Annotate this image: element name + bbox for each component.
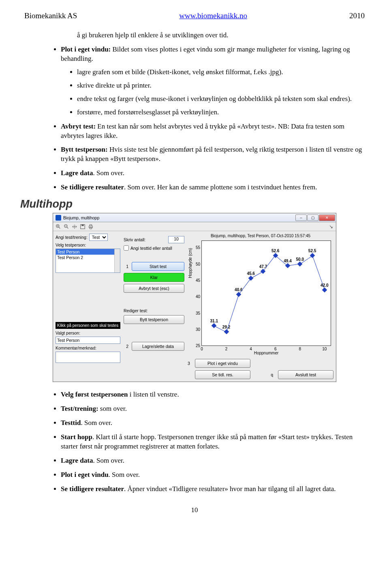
pan-icon[interactable] <box>71 223 78 230</box>
x-tick: 4 <box>250 347 252 351</box>
plot-area: Hopphøyde (cm) Hoppnummer 25303540455055… <box>201 240 331 346</box>
x-tick: 6 <box>274 347 277 351</box>
list-item[interactable]: Test Person 2 <box>56 255 120 260</box>
mode-select[interactable]: Test <box>89 234 108 241</box>
step-number: 2 <box>124 344 128 349</box>
step-number: 3 <box>188 361 192 366</box>
close-button[interactable]: ✕ <box>319 215 335 221</box>
bullet-list-pre: å gi brukeren hjelp til enklere å se utv… <box>24 31 365 40</box>
zoom-out-icon[interactable] <box>63 223 70 230</box>
x-tick: 2 <box>225 347 228 351</box>
page-number: 10 <box>24 506 365 514</box>
bullet-sub: skrive direkte ut på printer. <box>77 81 365 90</box>
data-label: 50.0 <box>296 257 304 262</box>
bullet-item: Velg først testpersonen i listen til ven… <box>61 390 365 399</box>
text: . Som over. Her kan de samme plottene so… <box>124 183 317 191</box>
bullet-item: Plot i eget vindu: Bildet som vises plot… <box>61 45 365 117</box>
bullet-item: Testtid. Som over. <box>61 418 365 428</box>
step-number: 1 <box>124 264 128 269</box>
chosen-person-field[interactable]: Test Person <box>56 337 120 344</box>
comment-field[interactable] <box>56 352 120 363</box>
chosen-label: Valgt person: <box>56 330 120 335</box>
maximize-button[interactable]: ▢ <box>307 215 318 221</box>
text: . Som over. <box>93 169 124 177</box>
plot-segment <box>226 295 239 332</box>
label: Lagre data <box>61 169 93 177</box>
bullet-list-top: Plot i eget vindu: Bildet som vises plot… <box>24 45 365 192</box>
shortcut-key: q <box>271 372 276 377</box>
save-icon[interactable] <box>79 223 86 230</box>
data-label: 29.2 <box>222 325 230 329</box>
app-window: Biojump, multihopp – ▢ ✕ ↘ <box>53 213 336 382</box>
bullet-item: Lagre data. Som over. <box>61 169 365 178</box>
x-tick: 0 <box>201 347 203 351</box>
minimize-button[interactable]: – <box>295 215 307 221</box>
mode-label: Angi test/trening: <box>56 235 88 240</box>
company-name: Biomekanikk AS <box>24 11 77 20</box>
start-test-button[interactable]: Start test <box>132 262 184 271</box>
label: Se tidligere resultater <box>61 183 124 191</box>
bullet-item: Bytt testperson: Hvis siste test ble gje… <box>61 145 365 164</box>
bullet-item: Plot i eget vindu. Som over. <box>61 470 365 480</box>
section-heading: Multihopp <box>20 198 365 210</box>
duration-label: Angi testtid eller antall <box>130 246 172 251</box>
window-title: Biojump, multihopp <box>63 215 99 220</box>
save-data-button[interactable]: Lagre/slette data <box>132 342 184 351</box>
titlebar: Biojump, multihopp – ▢ ✕ <box>53 213 336 222</box>
bullet-list-after: Velg først testpersonen i listen til ven… <box>24 390 365 494</box>
zoom-in-icon[interactable] <box>55 223 62 230</box>
edit-label: Rediger test: <box>124 308 184 313</box>
bullet-item: Avbryt test: En test kan når som helst a… <box>61 122 365 141</box>
plot-window-button[interactable]: Plot i eget vindu <box>195 359 250 368</box>
ready-indicator: Klar <box>124 273 184 282</box>
count-input[interactable]: 10 <box>168 236 184 243</box>
y-tick: 35 <box>192 311 200 315</box>
x-tick: 8 <box>299 347 301 351</box>
count-label: Skriv antall: <box>124 237 145 242</box>
text: å gi brukeren hjelp til enklere å se utv… <box>77 31 365 40</box>
plot-title: Biojump, multihopp, Test Person, 07-Oct-… <box>188 234 333 238</box>
app-icon <box>56 215 61 221</box>
x-axis-label: Hoppnummer <box>254 351 279 355</box>
plot-segment <box>263 255 276 272</box>
y-tick: 25 <box>192 343 200 348</box>
label: Plot i eget vindu: <box>61 45 111 53</box>
label: Bytt testperson: <box>61 146 108 153</box>
abort-test-button[interactable]: Avbryt test (esc) <box>124 284 184 293</box>
person-list[interactable]: Test Person Test Person 2 <box>56 249 120 273</box>
data-label: 45.6 <box>247 271 254 276</box>
y-tick: 50 <box>192 262 200 266</box>
bullet-sub: forstørre, med forstørrelsesglasset på v… <box>77 108 365 117</box>
print-icon[interactable] <box>87 223 94 230</box>
expand-icon[interactable]: ↘ <box>327 223 334 230</box>
duration-checkbox[interactable] <box>124 245 129 251</box>
text: En test kan når som helst avbrytes ved å… <box>61 122 344 139</box>
bullet-item: Start hopp. Klart til å starte hopp. Tes… <box>61 433 365 451</box>
x-tick: 10 <box>322 347 327 351</box>
bullet-item: Lagre data. Som over. <box>61 456 365 466</box>
bullet-sub: endre tekst og farger (velg muse-ikonet … <box>77 94 365 104</box>
quit-test-button[interactable]: Avslutt test <box>278 370 333 379</box>
y-tick: 55 <box>192 245 200 250</box>
bullet-item: Se tidligere resultater. Som over. Her k… <box>61 183 365 192</box>
scrollbar[interactable] <box>114 249 120 273</box>
list-item[interactable]: Test Person <box>56 249 120 255</box>
prev-results-button[interactable]: Se tidl. res. <box>195 370 250 379</box>
header-url[interactable]: www.biomekanikk.no <box>179 11 247 20</box>
comment-label: Kommentar/merknad: <box>56 346 120 350</box>
header-year: 2010 <box>349 11 365 20</box>
bullet-item: Se tidligere resultater. Åpner vinduet «… <box>61 485 365 494</box>
data-label: 52.5 <box>308 249 316 253</box>
y-tick: 45 <box>192 278 200 282</box>
toolbar: ↘ <box>53 222 336 231</box>
data-label: 52.6 <box>271 249 279 253</box>
bullet-item: Test/trening: som over. <box>61 404 365 414</box>
swap-person-button[interactable]: Bytt testperson <box>124 315 184 324</box>
data-label: 49.4 <box>284 259 291 263</box>
help-note: Klikk på personen som skal testes <box>56 322 120 329</box>
svg-rect-10 <box>90 224 92 226</box>
page-header: Biomekanikk AS www.biomekanikk.no 2010 <box>24 11 365 20</box>
y-tick: 30 <box>192 327 200 331</box>
plot-segment <box>238 278 251 295</box>
data-label: 31.1 <box>210 319 218 323</box>
